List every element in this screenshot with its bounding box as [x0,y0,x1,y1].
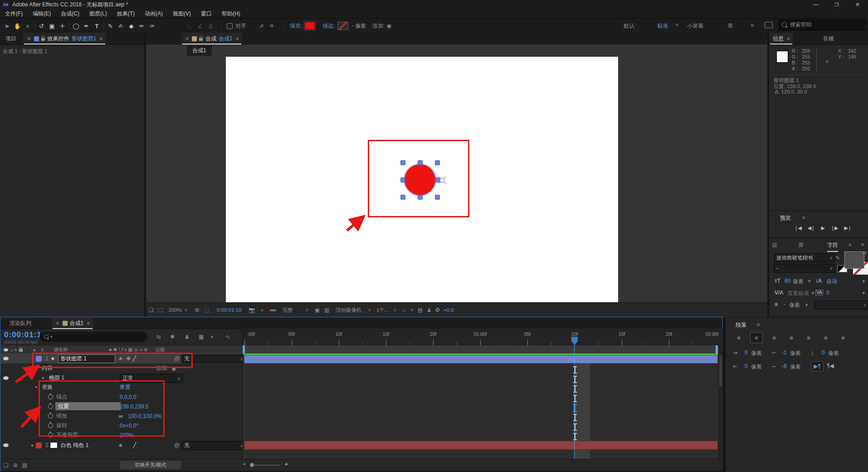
font-size-value[interactable]: 60 [785,278,790,284]
anchor-point-row[interactable]: 锚点 0.0,0.0 [1,392,242,402]
brush-tool-icon[interactable]: ✎ [105,23,116,30]
chevron-down-icon[interactable]: ▼ [811,291,815,295]
opacity-value[interactable]: 100% [120,430,134,440]
space-before-value[interactable]: 0 [822,349,825,356]
twirl-open-icon[interactable]: ▼ [34,383,38,392]
timeline-zoom-knob[interactable] [250,463,254,467]
shy-layers-icon[interactable]: ♟ [185,334,190,340]
zoom-tool-icon[interactable]: ⌕ [23,22,33,30]
camera-tool-icon[interactable]: ▣ [47,23,57,30]
collapse-switch[interactable]: ✺ [126,354,131,364]
chevron-down-icon[interactable]: ▼ [862,291,866,295]
lock-icon[interactable] [199,38,203,41]
graph-editor-icon[interactable]: ∿ [225,334,230,340]
position-row[interactable]: 位置 239.0,239.5 [1,402,242,412]
work-area-end-handle[interactable] [716,345,718,354]
timeline-search-box[interactable]: ▾ [39,332,147,342]
anchor-label[interactable]: 锚点 [56,392,67,402]
snap-label[interactable]: 对齐 [235,22,246,30]
panel-menu-icon[interactable]: ≡ [787,36,790,41]
tab-composition[interactable]: ✕ 合成 合成1 ≡ [181,33,242,44]
puppet-pin-tool-icon[interactable]: ✑ [147,23,157,30]
align-right-button[interactable]: ≡ [768,333,780,343]
target-region-icon[interactable]: ▣ [315,307,320,313]
text-direction-rtl-button[interactable]: ¶◀ [824,361,836,370]
chevron-down-icon[interactable]: ▼ [807,279,811,284]
stopwatch-icon[interactable] [48,433,53,438]
quality-switch[interactable]: ╱ [133,354,136,364]
selection-handle[interactable] [400,160,405,165]
layer-label-swatch[interactable] [36,356,42,362]
selection-tool-icon[interactable]: ➤ [2,23,12,30]
cti-ibeam-position[interactable] [573,404,577,412]
tab-effect-controls[interactable]: ✕ 效果控件 形状图层1 ≡ [23,33,106,44]
position-value[interactable]: 239.0,239.5 [120,402,148,411]
text-direction-ltr-button[interactable]: ▶¶ [811,361,824,371]
scrollbar-thumb[interactable] [719,355,722,387]
stopwatch-icon[interactable] [48,404,53,409]
selection-handle[interactable] [418,160,423,165]
justify-last-right-button[interactable]: ≡ [820,333,832,343]
stopwatch-icon[interactable] [48,394,53,399]
menu-layer[interactable]: 图层(L) [84,10,112,18]
workspace-small-screen[interactable]: 小屏幕 [687,22,703,30]
expand-layers-icon[interactable]: ❏ [4,462,9,468]
stroke-width-label[interactable]: - 像素 [352,22,366,30]
eyedropper-icon[interactable]: ✐ [834,255,841,260]
source-name-column-header[interactable]: 源名称 [54,347,68,353]
marquee-icon[interactable]: ⌗ [267,22,277,30]
panel-menu-icon[interactable]: ≡ [99,36,102,41]
time-ruler[interactable]: :00f 05f 10f 15f 20f 01:00f 05f 10f 15f … [243,329,719,346]
timeline-zoom-track[interactable] [251,465,280,466]
tab-library[interactable]: 库 [798,241,804,249]
rotation-label[interactable]: 旋转 [56,421,67,430]
align-center-button[interactable]: ≡ [750,332,763,343]
workspace-overflow-icon[interactable]: » [751,21,754,29]
fill-label[interactable]: 填充: [290,22,302,30]
always-preview-icon[interactable]: ❏ [149,307,153,313]
pan-behind-tool-icon[interactable]: ✛ [57,23,68,30]
menu-edit[interactable]: 编辑(E) [28,10,56,18]
workspace-standard[interactable]: 标准 [657,22,668,30]
panel-menu-icon[interactable]: ≡ [757,322,760,327]
rotation-tool-icon[interactable]: ↺ [36,23,47,30]
camera-view-dropdown[interactable]: 活动摄像机∨ [336,307,371,314]
transform-label[interactable]: 变换 [42,383,53,392]
expand-switches-icon[interactable]: ⊕ [13,462,18,468]
zoom-in-mountain-icon[interactable]: ▲ [284,461,289,466]
blend-mode-dropdown[interactable]: 正常∨ [120,374,183,383]
menu-view[interactable]: 视图(V) [168,10,196,18]
scale-label[interactable]: 缩放 [56,411,67,421]
justify-all-button[interactable]: ≡ [837,333,849,343]
tab-info[interactable]: 信息 ≡ [769,33,793,44]
clone-stamp-tool-icon[interactable]: ✍ [116,23,126,30]
panel-menu-icon[interactable]: ≡ [236,36,239,41]
grid-options-icon[interactable]: ⊞ [195,307,199,313]
transparency-grid-icon[interactable]: ▨ [324,307,329,313]
scale-row[interactable]: 缩放 ∞ 100.0,100.0% [1,411,242,421]
roto-brush-tool-icon[interactable]: ✏ [137,23,147,30]
workspace-library[interactable]: 库 [727,22,733,30]
flowchart-icon[interactable]: ♟ [427,307,431,313]
hand-tool-icon[interactable]: ✋ [12,23,23,30]
panel-menu-icon[interactable]: ≡ [87,320,89,326]
selection-handle[interactable] [418,195,423,200]
workspace-switcher-icon[interactable] [765,22,773,28]
zoom-out-mountain-icon[interactable]: ▲ [243,462,246,466]
view-layout-dropdown[interactable]: 1个...∨ [376,307,396,314]
last-frame-button[interactable]: ▶❘ [844,225,852,231]
layer-row-2[interactable]: ► 2 白色 纯色 1 ♣ ╱ @ 无∨ [1,440,242,451]
leading-value[interactable]: 自动 [826,278,837,285]
scale-value[interactable]: 100.0,100.0% [128,411,161,421]
twirl-closed-icon[interactable]: ► [42,373,45,383]
main-monitor-icon[interactable]: 🖵 [158,307,163,313]
layer2-duration-bar[interactable] [244,441,718,450]
next-frame-button[interactable]: ❘▶ [831,225,838,231]
opacity-label[interactable]: 不透明度 [56,430,78,440]
layer-name[interactable]: 白色 纯色 1 [61,440,88,450]
indent-left-value[interactable]: 0 [745,349,748,356]
menu-window[interactable]: 窗口 [196,10,217,18]
fill-color-swatch[interactable] [304,22,315,30]
snap-checkbox[interactable] [227,23,233,29]
font-style-dropdown[interactable]: -∨ [774,264,835,273]
